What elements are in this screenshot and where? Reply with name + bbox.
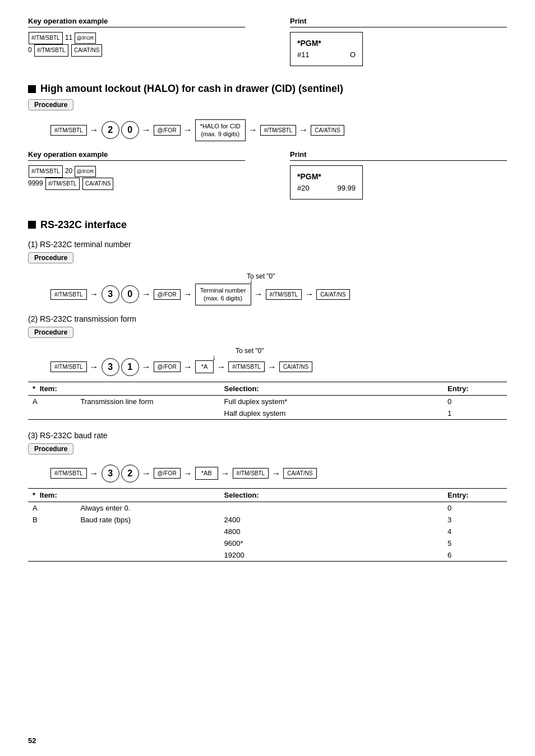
rs232c-sub1-title: (1) RS-232C terminal number: [28, 240, 507, 249]
sub3-selection-B-4: 19200: [220, 549, 444, 562]
sub2-btn2: #/TM/SBTL: [228, 361, 265, 372]
halo-key-print: Key operation example #/TM/SBTL 20 @/FOR…: [28, 150, 507, 200]
halo-num1: 2: [102, 121, 119, 139]
sub2-num1: 3: [102, 358, 119, 376]
top-print-hash11: #11: [297, 49, 310, 61]
sub1-num2: 0: [121, 285, 139, 303]
sub1-btn2: #/TM/SBTL: [266, 289, 302, 300]
sub2-bent-arrow-icon: ↓: [212, 352, 216, 362]
sub1-for-btn: @/FOR: [154, 289, 181, 300]
sub3-entry-B-1: 3: [443, 514, 507, 526]
sub1-bent-arrow-icon: ↓: [250, 275, 253, 285]
halo-print-hash20: #20: [297, 183, 310, 194]
sub2-num2: 1: [121, 358, 139, 376]
rs232c-sub2-flow-container: To set "0" #/TM/SBTL → 3 1 → @/FOR → *A …: [50, 358, 507, 376]
sub3-item-letter-B: B: [28, 514, 76, 526]
sub3-table: * Item: Selection: Entry: A Always enter…: [28, 488, 507, 562]
sub2-item-letter-A: A: [28, 395, 76, 407]
sub3-node: *AB: [195, 467, 218, 479]
sub2-arrow3: →: [183, 362, 192, 372]
top-num2: 0: [28, 46, 32, 54]
halo-print-box: *PGM* #20 99.99: [290, 165, 363, 200]
sub3-arrow1: →: [90, 469, 99, 479]
sub2-for-btn: @/FOR: [154, 361, 181, 372]
sub1-arrow5: →: [305, 289, 313, 299]
rs232c-section: RS-232C interface (1) RS-232C terminal n…: [28, 219, 507, 562]
sub2-row-A-2: Half duplex system 1: [28, 407, 507, 420]
halo-btn1: #/TM/SBTL: [50, 125, 87, 136]
sub3-item-label-A: Always enter 0.: [76, 502, 219, 514]
halo-arrow1: →: [90, 125, 99, 135]
halo-num2: 0: [121, 121, 139, 139]
sub1-btn1: #/TM/SBTL: [50, 289, 87, 300]
sub3-col-selection: Selection:: [220, 488, 444, 502]
sub2-item-label-A: Transmission line form: [76, 395, 219, 407]
rs232c-sub1-flow-container: To set "0" #/TM/SBTL → 3 0 → @/FOR → Ter…: [50, 284, 507, 305]
sub2-entry-A-2: 1: [443, 407, 507, 420]
sub3-entry-B-4: 6: [443, 549, 507, 562]
top-print-header: Print: [290, 17, 507, 27]
rs232c-sub1-flow: #/TM/SBTL → 3 0 → @/FOR → Terminal numbe…: [50, 284, 507, 305]
rs232c-sub3-flow-container: #/TM/SBTL → 3 2 → @/FOR → *AB → #/TM/SBT…: [50, 465, 507, 483]
rs232c-sub3-flow: #/TM/SBTL → 3 2 → @/FOR → *AB → #/TM/SBT…: [50, 465, 507, 483]
sub3-selection-B-3: 9600*: [220, 537, 444, 549]
halo-kop-btn1: #/TM/SBTL: [29, 165, 63, 178]
rs232c-square-icon: [28, 221, 36, 229]
rs232c-sub3-title: (3) RS-232C baud rate: [28, 431, 507, 440]
sub3-selection-B-1: 2400: [220, 514, 444, 526]
sub3-selection-B-2: 4800: [220, 526, 444, 537]
sub3-arrow5: →: [271, 469, 280, 479]
halo-key-op-section: Key operation example #/TM/SBTL 20 @/FOR…: [28, 150, 245, 190]
halo-print-section: Print *PGM* #20 99.99: [290, 150, 507, 200]
rs232c-sub1-procedure-badge: Procedure: [28, 252, 73, 263]
top-print-box: *PGM* #11 O: [290, 32, 363, 66]
sub2-col-item: * Item:: [28, 382, 220, 395]
halo-kop-btn3: CA/AT/NS: [82, 178, 113, 190]
sub2-arrow4: →: [216, 362, 225, 372]
halo-kop-for: @/FOR: [75, 166, 96, 177]
halo-kop-num2: 9999: [28, 179, 43, 187]
halo-key-op-header: Key operation example: [28, 150, 245, 161]
halo-print-val: 99.99: [337, 183, 356, 194]
halo-section: High amount lockout (HALO) for cash in d…: [28, 83, 507, 200]
sub2-col-entry: Entry:: [443, 382, 507, 395]
halo-title: High amount lockout (HALO) for cash in d…: [28, 83, 507, 95]
halo-key-op-line2: 9999 #/TM/SBTL CA/AT/NS: [28, 178, 245, 190]
sub2-row-A-1: A Transmission line form Full duplex sys…: [28, 395, 507, 407]
sub2-table-header-row: * Item: Selection: Entry:: [28, 382, 507, 395]
rs232c-sub2-title: (2) RS-232C transmission form: [28, 314, 507, 323]
halo-procedure-badge: Procedure: [28, 99, 73, 110]
sub3-btn1: #/TM/SBTL: [50, 468, 87, 479]
top-btn1: #/TM/SBTL: [29, 32, 63, 44]
sub2-btn1: #/TM/SBTL: [50, 361, 87, 372]
halo-arrow2: →: [142, 125, 151, 135]
sub3-row-B-3: 9600* 5: [28, 537, 507, 549]
top-num1: 11: [65, 34, 72, 41]
top-key-op-lines: #/TM/SBTL 11 @/FOR 0 #/TM/SBTL CA/AT/NS: [28, 32, 245, 57]
sub3-entry-B-2: 4: [443, 526, 507, 537]
sub3-col-item: * Item:: [28, 488, 220, 502]
sub1-arrow2: →: [142, 289, 151, 299]
sub3-btn2: #/TM/SBTL: [233, 468, 269, 479]
sub1-arrow4: →: [254, 289, 263, 299]
sub2-arrow1: →: [90, 362, 99, 372]
top-btn4: CA/AT/NS: [71, 44, 102, 57]
halo-key-op-line1: #/TM/SBTL 20 @/FOR: [28, 165, 245, 178]
halo-kop-num1: 20: [65, 167, 72, 175]
sub3-num1: 3: [102, 465, 119, 483]
halo-print-header: Print: [290, 150, 507, 161]
top-print-pgm: *PGM*: [297, 37, 356, 49]
halo-arrow3: →: [183, 125, 192, 135]
top-key-op-line2: 0 #/TM/SBTL CA/AT/NS: [28, 44, 245, 57]
sub3-row-B-2: 4800 4: [28, 526, 507, 537]
halo-print-pgm: *PGM*: [297, 170, 356, 183]
sub2-table: * Item: Selection: Entry: A Transmission…: [28, 382, 507, 420]
sub3-arrow3: →: [183, 469, 192, 479]
halo-kop-btn2: #/TM/SBTL: [45, 178, 80, 190]
sub1-btn3: CA/AT/NS: [316, 289, 349, 300]
sub3-row-B-4: 19200 6: [28, 549, 507, 562]
page-number: 52: [28, 736, 36, 745]
sub3-btn3: CA/AT/NS: [283, 468, 316, 479]
rs232c-sub3-procedure-badge: Procedure: [28, 443, 73, 454]
sub1-arrow1: →: [90, 289, 99, 299]
